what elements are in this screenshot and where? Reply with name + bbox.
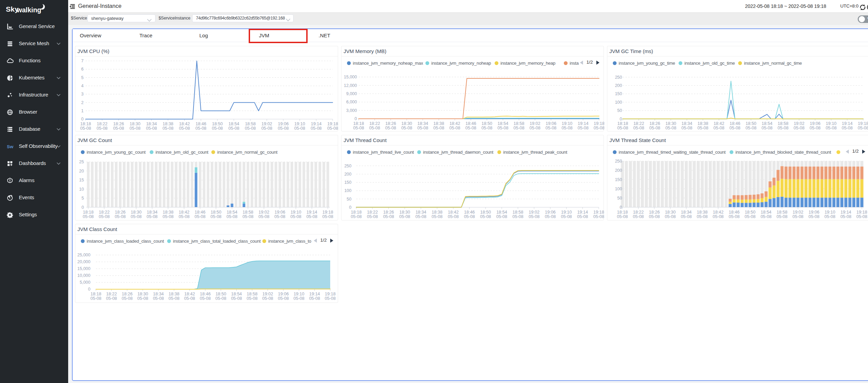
- svg-text:05-08: 05-08: [432, 214, 443, 219]
- svg-text:19:14: 19:14: [309, 292, 320, 296]
- svg-text:05-08: 05-08: [215, 296, 226, 301]
- svg-text:05-08: 05-08: [529, 214, 540, 219]
- svg-text:150: 150: [615, 91, 622, 96]
- svg-text:05-08: 05-08: [231, 296, 242, 301]
- svg-text:18:46: 18:46: [196, 122, 206, 126]
- svg-text:05-08: 05-08: [290, 214, 301, 219]
- svg-text:15,000: 15,000: [77, 266, 90, 271]
- svg-text:18:58: 18:58: [777, 210, 787, 215]
- svg-text:05-08: 05-08: [97, 126, 108, 131]
- svg-text:05-08: 05-08: [546, 126, 557, 130]
- svg-text:18:38: 18:38: [433, 121, 444, 126]
- svg-text:walking: walking: [16, 6, 41, 14]
- svg-text:05-08: 05-08: [760, 214, 771, 219]
- svg-text:18:58: 18:58: [243, 210, 253, 215]
- svg-text:05-08: 05-08: [99, 214, 110, 219]
- svg-text:18:22: 18:22: [633, 210, 644, 215]
- svg-text:19:06: 19:06: [809, 210, 819, 215]
- svg-text:05-08: 05-08: [129, 126, 140, 131]
- svg-text:18:38: 18:38: [697, 121, 708, 126]
- svg-text:05-08: 05-08: [480, 214, 491, 219]
- svg-text:05-08: 05-08: [681, 126, 692, 130]
- svg-text:19:06: 19:06: [274, 210, 285, 215]
- svg-text:18:34: 18:34: [416, 210, 426, 215]
- svg-text:05-08: 05-08: [512, 214, 523, 219]
- svg-text:19:10: 19:10: [294, 122, 305, 126]
- svg-text:05-08: 05-08: [353, 126, 364, 130]
- svg-text:05-08: 05-08: [367, 214, 378, 219]
- svg-text:05-08: 05-08: [311, 126, 322, 131]
- svg-text:25: 25: [79, 159, 84, 164]
- svg-text:18:54: 18:54: [498, 121, 508, 126]
- svg-text:05-08: 05-08: [322, 214, 333, 219]
- svg-text:18:26: 18:26: [383, 210, 394, 215]
- svg-text:3,000: 3,000: [346, 108, 357, 113]
- svg-text:05-08: 05-08: [681, 214, 692, 219]
- svg-text:05-08: 05-08: [530, 126, 541, 130]
- svg-text:15,000: 15,000: [344, 75, 357, 79]
- svg-text:05-08: 05-08: [617, 214, 628, 219]
- svg-text:6: 6: [81, 67, 84, 72]
- svg-text:19:10: 19:10: [824, 210, 835, 215]
- svg-text:05-08: 05-08: [617, 126, 628, 130]
- svg-text:25,000: 25,000: [77, 253, 90, 257]
- svg-text:18:50: 18:50: [480, 210, 491, 215]
- svg-text:1: 1: [81, 108, 84, 113]
- svg-text:18:46: 18:46: [466, 121, 476, 126]
- svg-text:150: 150: [344, 180, 351, 185]
- svg-text:250: 250: [615, 75, 622, 80]
- svg-text:100: 100: [615, 100, 622, 105]
- svg-text:05-08: 05-08: [777, 214, 788, 219]
- svg-text:0: 0: [349, 205, 351, 210]
- svg-text:100: 100: [615, 187, 622, 191]
- svg-text:05-08: 05-08: [163, 214, 174, 219]
- svg-text:18:42: 18:42: [179, 122, 190, 126]
- svg-text:05-08: 05-08: [80, 126, 91, 131]
- svg-text:05-08: 05-08: [545, 214, 556, 219]
- svg-text:05-08: 05-08: [262, 296, 273, 301]
- svg-text:18:30: 18:30: [130, 122, 140, 126]
- svg-text:05-08: 05-08: [713, 214, 724, 219]
- svg-text:05-08: 05-08: [794, 126, 805, 130]
- svg-text:Sw: Sw: [7, 144, 14, 149]
- svg-text:19:10: 19:10: [290, 210, 301, 215]
- svg-text:05-08: 05-08: [856, 214, 867, 219]
- svg-text:18:42: 18:42: [449, 121, 460, 126]
- svg-text:150: 150: [615, 177, 622, 182]
- svg-text:19:06: 19:06: [278, 122, 288, 126]
- svg-text:18:34: 18:34: [153, 292, 164, 296]
- svg-text:50: 50: [617, 196, 622, 201]
- svg-text:05-08: 05-08: [147, 214, 158, 219]
- svg-text:50: 50: [347, 197, 351, 202]
- svg-text:05-08: 05-08: [594, 126, 604, 130]
- svg-text:6,000: 6,000: [346, 100, 357, 104]
- svg-text:05-08: 05-08: [697, 214, 708, 219]
- svg-text:05-08: 05-08: [513, 126, 524, 130]
- svg-text:05-08: 05-08: [179, 126, 190, 131]
- svg-text:05-08: 05-08: [228, 126, 239, 131]
- svg-text:19:14: 19:14: [841, 210, 851, 215]
- svg-text:20: 20: [79, 169, 84, 174]
- svg-text:18:22: 18:22: [633, 121, 644, 126]
- svg-text:05-08: 05-08: [401, 126, 412, 130]
- svg-text:05-08: 05-08: [211, 214, 222, 219]
- svg-text:0: 0: [355, 116, 357, 121]
- svg-text:05-08: 05-08: [294, 126, 305, 131]
- svg-text:05-08: 05-08: [106, 296, 117, 301]
- svg-text:05-08: 05-08: [325, 296, 336, 301]
- svg-text:18:54: 18:54: [762, 121, 772, 126]
- svg-text:05-08: 05-08: [416, 214, 426, 219]
- svg-text:18:18: 18:18: [83, 210, 94, 215]
- svg-text:05-08: 05-08: [399, 214, 410, 219]
- svg-text:19:18: 19:18: [327, 122, 338, 126]
- svg-text:05-08: 05-08: [481, 126, 492, 130]
- svg-text:05-08: 05-08: [306, 214, 317, 219]
- svg-text:05-08: 05-08: [259, 214, 270, 219]
- svg-text:05-08: 05-08: [824, 214, 835, 219]
- svg-text:05-08: 05-08: [417, 126, 428, 130]
- svg-text:19:02: 19:02: [261, 122, 272, 126]
- svg-text:19:10: 19:10: [562, 121, 572, 126]
- svg-text:05-08: 05-08: [649, 126, 660, 130]
- svg-text:18:34: 18:34: [146, 122, 157, 126]
- svg-text:200: 200: [615, 83, 622, 88]
